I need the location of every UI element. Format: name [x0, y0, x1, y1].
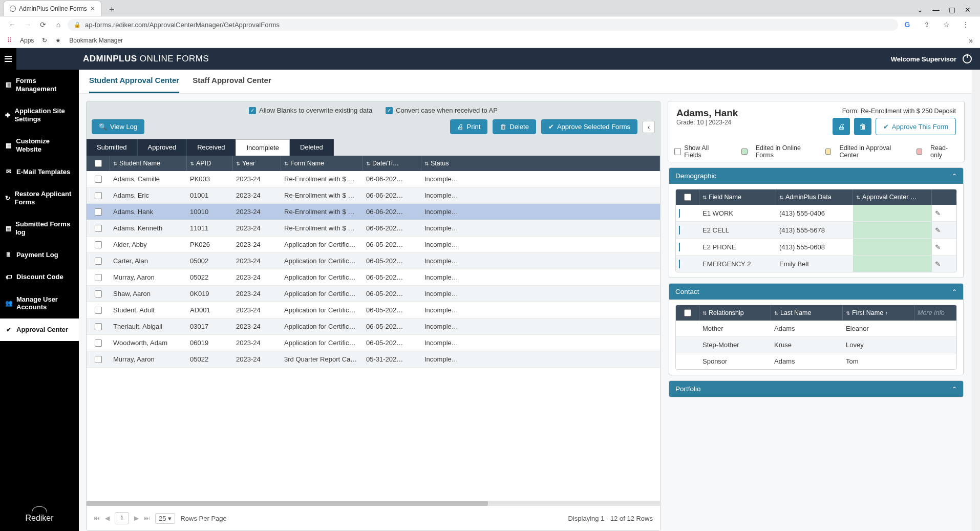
- status-tab-submitted[interactable]: Submitted: [87, 139, 138, 156]
- forward-icon[interactable]: →: [22, 20, 34, 29]
- power-icon[interactable]: [963, 54, 972, 63]
- detail-delete-button[interactable]: 🗑: [854, 118, 871, 135]
- table-row[interactable]: Alder, AbbyPK0262023-24Application for C…: [87, 237, 660, 253]
- sidebar-item-customize-website[interactable]: ▦Customize Website: [0, 130, 79, 160]
- row-checkbox[interactable]: [95, 192, 102, 199]
- horizontal-scrollbar[interactable]: [87, 501, 660, 506]
- table-row[interactable]: Carter, Alan050022023-24Application for …: [87, 253, 660, 269]
- history-icon[interactable]: ↻: [42, 37, 47, 44]
- col-more-info[interactable]: More Info: [918, 309, 945, 316]
- edit-icon[interactable]: ✎: [935, 209, 941, 217]
- collapse-detail-icon[interactable]: ‹: [643, 121, 655, 133]
- pager-next-icon[interactable]: ▶: [134, 515, 139, 522]
- row-checkbox[interactable]: [95, 225, 102, 232]
- apps-label[interactable]: Apps: [20, 37, 34, 44]
- table-row[interactable]: Woodworth, Adam060192023-24Application f…: [87, 335, 660, 351]
- sidebar-item-approval-center[interactable]: ✔Approval Center: [0, 318, 79, 341]
- sidebar-item-application-site-settings[interactable]: ✚Application Site Settings: [0, 100, 79, 130]
- detail-print-button[interactable]: 🖨: [833, 118, 850, 135]
- status-tab-deleted[interactable]: Deleted: [290, 139, 334, 156]
- select-all-checkbox[interactable]: [95, 160, 102, 167]
- sidebar-item-restore-applicant-forms[interactable]: ↻Restore Applicant Forms: [0, 183, 79, 213]
- close-window-icon[interactable]: ✕: [965, 6, 971, 14]
- col-status[interactable]: Status: [431, 160, 449, 167]
- delete-button[interactable]: 🗑Delete: [493, 119, 536, 134]
- table-row[interactable]: Murray, Aaron050222023-24Application for…: [87, 269, 660, 286]
- col-student-name[interactable]: Student Name: [119, 160, 160, 167]
- star-icon[interactable]: ☆: [940, 20, 952, 29]
- col-date[interactable]: Date/Ti…: [372, 160, 399, 167]
- row-checkbox[interactable]: [95, 274, 102, 281]
- apps-grid-icon[interactable]: ⠿: [7, 37, 12, 44]
- row-checkbox[interactable]: [95, 290, 102, 298]
- col-adminplus-data[interactable]: AdminPlus Data: [785, 194, 832, 201]
- contact-row[interactable]: MotherAdamsEleanor: [676, 321, 956, 337]
- cell-approval-center-data[interactable]: [853, 239, 932, 255]
- table-row[interactable]: Adams, Kenneth110112023-24Re-Enrollment …: [87, 220, 660, 237]
- field-checkbox[interactable]: [679, 209, 680, 218]
- kebab-icon[interactable]: ⋮: [960, 20, 972, 29]
- sidebar-item-e-mail-templates[interactable]: ✉E-Mail Templates: [0, 161, 79, 183]
- sidebar-item-discount-code[interactable]: 🏷Discount Code: [0, 266, 79, 288]
- table-row[interactable]: Adams, Hank100102023-24Re-Enrollment wit…: [87, 204, 660, 220]
- status-tab-approved[interactable]: Approved: [138, 139, 187, 156]
- close-tab-icon[interactable]: ✕: [90, 5, 95, 12]
- approve-selected-button[interactable]: ✔Approve Selected Forms: [541, 119, 637, 134]
- sidebar-item-submitted-forms-log[interactable]: ▤Submitted Forms log: [0, 213, 79, 243]
- new-tab-button[interactable]: ＋: [105, 3, 118, 16]
- table-row[interactable]: Student, AdultAD0012023-24Application fo…: [87, 302, 660, 318]
- maximize-icon[interactable]: ▢: [949, 6, 955, 14]
- print-button[interactable]: 🖨Print: [450, 119, 488, 134]
- col-approval-center-data[interactable]: Approval Center …: [862, 194, 917, 201]
- tab-staff-approval[interactable]: Staff Approval Center: [193, 76, 271, 93]
- col-first-name[interactable]: First Name: [852, 309, 883, 316]
- row-checkbox[interactable]: [95, 258, 102, 265]
- allow-blanks-checkbox[interactable]: ✓Allow Blanks to overwrite existing data: [249, 107, 372, 114]
- bookmarks-overflow-icon[interactable]: »: [969, 36, 973, 45]
- tab-student-approval[interactable]: Student Approval Center: [89, 76, 179, 93]
- sidebar-item-payment-log[interactable]: 🗎Payment Log: [0, 244, 79, 266]
- google-icon[interactable]: G: [901, 20, 913, 29]
- page-scrollbar[interactable]: [972, 70, 980, 531]
- cell-approval-center-data[interactable]: [853, 256, 932, 272]
- back-icon[interactable]: ←: [6, 20, 18, 29]
- section-header-contact[interactable]: Contact ⌃: [669, 284, 963, 300]
- reload-icon[interactable]: ⟳: [37, 20, 49, 29]
- section-header-portfolio[interactable]: Portfolio ⌃: [669, 381, 963, 397]
- table-row[interactable]: Shaw, Aaron0K0192023-24Application for C…: [87, 286, 660, 302]
- url-input[interactable]: 🔒 ap-forms.rediker.com/ApprovalCenterMan…: [68, 19, 898, 31]
- status-tab-received[interactable]: Received: [187, 139, 236, 156]
- table-row[interactable]: Theriault, Abigail030172023-24Applicatio…: [87, 318, 660, 335]
- field-checkbox[interactable]: [679, 226, 680, 235]
- row-checkbox[interactable]: [95, 356, 102, 363]
- pager-first-icon[interactable]: ⏮: [94, 515, 100, 522]
- col-form-name[interactable]: Form Name: [290, 160, 324, 167]
- minimize-icon[interactable]: —: [932, 6, 940, 14]
- view-log-button[interactable]: 🔍View Log: [92, 119, 144, 134]
- row-checkbox[interactable]: [95, 241, 102, 248]
- row-checkbox[interactable]: [95, 307, 102, 314]
- col-apid[interactable]: APID: [196, 160, 211, 167]
- approve-this-form-button[interactable]: ✔Approve This Form: [876, 118, 956, 135]
- contact-row[interactable]: Step-MotherKruseLovey: [676, 337, 956, 353]
- sidebar-item-manage-user-accounts[interactable]: 👥Manage User Accounts: [0, 288, 79, 318]
- pager-prev-icon[interactable]: ◀: [105, 515, 110, 522]
- chevron-down-icon[interactable]: ⌄: [917, 6, 923, 14]
- table-row[interactable]: Adams, CamillePK0032023-24Re-Enrollment …: [87, 171, 660, 187]
- col-relationship[interactable]: Relationship: [709, 309, 744, 316]
- edit-icon[interactable]: ✎: [935, 260, 941, 268]
- share-icon[interactable]: ⇪: [921, 20, 933, 29]
- field-checkbox[interactable]: [679, 243, 680, 251]
- col-year[interactable]: Year: [242, 160, 255, 167]
- pager-last-icon[interactable]: ⏭: [144, 515, 150, 522]
- table-row[interactable]: Murray, Aaron050222023-243rd Quarter Rep…: [87, 351, 660, 368]
- edit-icon[interactable]: ✎: [935, 243, 941, 251]
- browser-tab[interactable]: AdminPlus Online Forms ✕: [3, 1, 102, 16]
- table-row[interactable]: Adams, Eric010012023-24Re-Enrollment wit…: [87, 187, 660, 204]
- pager-page-input[interactable]: 1: [115, 512, 129, 524]
- contact-select-all[interactable]: [684, 309, 691, 316]
- cell-approval-center-data[interactable]: [853, 205, 932, 221]
- hamburger-icon[interactable]: [0, 48, 16, 70]
- status-tab-incomplete[interactable]: Incomplete: [236, 139, 290, 156]
- col-field-name[interactable]: Field Name: [709, 194, 741, 201]
